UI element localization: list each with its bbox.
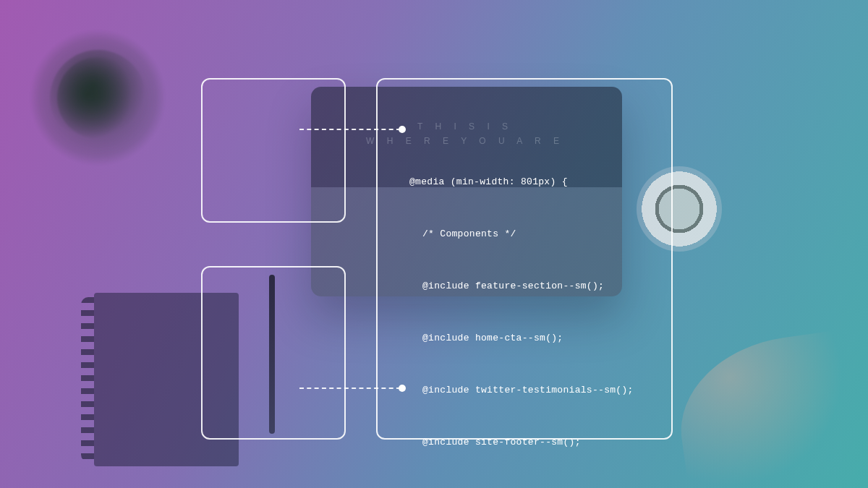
connector-top xyxy=(299,129,401,130)
code-line: /* Components */ xyxy=(396,226,671,243)
code-snippet: @media (min-width: 801px) { /* Component… xyxy=(396,139,671,488)
code-line: @include feature-section--sm(); xyxy=(396,278,671,295)
code-line: @media (min-width: 801px) { xyxy=(396,174,671,191)
code-line: @include site-footer--sm(); xyxy=(396,434,671,451)
connector-bottom xyxy=(299,388,401,389)
code-line: @include home-cta--sm(); xyxy=(396,330,671,347)
outline-box-top-left xyxy=(201,78,346,223)
code-line: @include twitter-testimonials--sm(); xyxy=(396,382,671,399)
plant-prop xyxy=(29,29,166,166)
outline-box-bottom-left xyxy=(201,266,346,440)
connector-dot-icon xyxy=(399,126,406,133)
